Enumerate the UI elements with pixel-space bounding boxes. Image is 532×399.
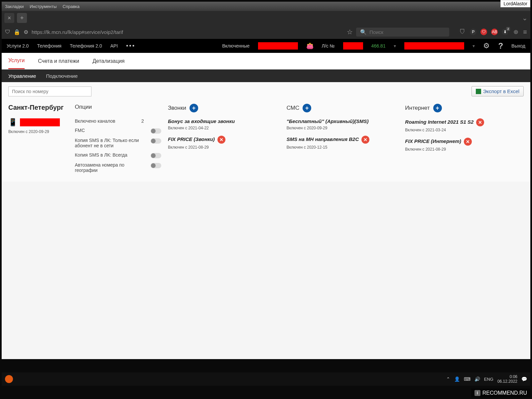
channels-label: Включено каналов xyxy=(75,118,141,124)
site-badge-icon: i xyxy=(474,390,480,396)
browser-search[interactable]: 🔍 xyxy=(356,28,449,37)
site-topnav: Услуги 2.0 Телефония Телефония 2.0 API •… xyxy=(2,39,530,53)
watermark-user: LordAlastor xyxy=(500,0,530,7)
nav-more-icon[interactable]: ••• xyxy=(126,43,135,50)
menu-tools[interactable]: Инструменты xyxy=(30,4,57,9)
tray-chevron-icon[interactable]: ⌃ xyxy=(446,376,450,382)
user-dropdown-icon[interactable]: ▾ xyxy=(472,43,475,49)
georeplace-toggle[interactable] xyxy=(151,163,161,168)
logout-link[interactable]: Выход xyxy=(511,43,525,49)
permissions-icon[interactable]: ⚙ xyxy=(24,29,28,35)
redacted-block xyxy=(343,42,363,50)
sms-offline-toggle[interactable] xyxy=(151,138,161,144)
new-tab-button[interactable]: + xyxy=(17,13,27,23)
gear-icon[interactable]: ⚙ xyxy=(483,42,490,50)
notifications-icon[interactable]: 💬 xyxy=(521,376,527,382)
tab-connect[interactable]: Подключение xyxy=(46,73,77,79)
sms-option: SMS на МН направления B2C✕Включен с 2020… xyxy=(287,136,399,150)
sms-header: СМС xyxy=(287,105,300,111)
tab-services[interactable]: Услуги xyxy=(8,53,25,69)
add-sms-option-button[interactable]: + xyxy=(303,104,311,112)
options-header: Опции xyxy=(75,104,161,110)
pocket-icon[interactable]: ⛉ xyxy=(459,29,466,35)
sms-option-title: "Бесплатный" (Архивный)(SMS) xyxy=(287,118,369,124)
export-excel-button[interactable]: Экспорт в Excel xyxy=(471,86,524,96)
main-content: Санкт-Петербург 📱 Включен с 2020-09-29 О… xyxy=(2,100,530,182)
nav-api[interactable]: API xyxy=(110,43,118,49)
help-icon[interactable]: ? xyxy=(498,41,503,51)
taskbar-lang[interactable]: ENG xyxy=(484,377,493,382)
internet-option: FIX PRICE (Интернет)✕Включен с 2021-08-2… xyxy=(405,138,517,152)
tab-dropdown-icon[interactable]: ⌄ xyxy=(522,14,528,22)
delete-option-button[interactable]: ✕ xyxy=(464,138,472,146)
wallet-icon[interactable]: 👛 xyxy=(306,42,314,50)
sms-always-toggle[interactable] xyxy=(151,153,161,158)
subnav: Услуги Счета и платежи Детализация xyxy=(2,53,530,69)
browser-urlbar: 🛡 🔒 ⚙ https://lk.mcn.ru/lk/app#service/v… xyxy=(2,25,530,39)
page-toolbar: Экспорт в Excel xyxy=(2,82,530,100)
nav-services20[interactable]: Услуги 2.0 xyxy=(7,43,29,49)
redacted-block xyxy=(404,42,464,50)
sms-always-label: Копия SMS в ЛК: Всегда xyxy=(75,152,151,158)
account-label: Л/с № xyxy=(322,43,335,49)
taskbar-clock[interactable]: 0:06 06.12.2022 xyxy=(497,374,517,384)
balance-value: 466.81 xyxy=(371,43,386,49)
tab-details[interactable]: Детализация xyxy=(92,54,125,69)
call-option: FIX PRICE (Звонки)✕Включен с 2021-08-29 xyxy=(168,136,280,150)
extension-icon[interactable]: P xyxy=(470,29,476,35)
internet-header: Интернет xyxy=(405,105,430,111)
call-option: Бонус за входящие звонкиВключен с 2021-0… xyxy=(168,118,280,130)
search-input[interactable] xyxy=(369,29,445,35)
shield-icon[interactable]: 🛡 xyxy=(5,29,10,35)
account-icon[interactable]: ⊕ xyxy=(512,29,519,35)
url-text[interactable]: https://lk.mcn.ru/lk/app#service/voip2/t… xyxy=(32,29,123,35)
add-internet-option-button[interactable]: + xyxy=(433,104,442,112)
internet-option-title: FIX PRICE (Интернет) xyxy=(405,138,461,144)
sms-option-since: Включен с 2020-12-15 xyxy=(287,145,399,150)
export-label: Экспорт в Excel xyxy=(483,88,519,94)
sms-option: "Бесплатный" (Архивный)(SMS)Включен с 20… xyxy=(287,118,399,130)
watermark-site: i RECOMMEND.RU xyxy=(471,389,530,397)
downloads-icon[interactable]: ⬇ xyxy=(502,29,508,35)
internet-option-since: Включен с 2021-08-29 xyxy=(405,147,517,152)
add-call-option-button[interactable]: + xyxy=(190,104,198,112)
call-option-title: FIX PRICE (Звонки) xyxy=(168,136,215,142)
lock-icon: 🔒 xyxy=(14,29,20,35)
keyboard-icon[interactable]: ⌨ xyxy=(464,376,470,382)
nav-telephony20[interactable]: Телефония 2.0 xyxy=(70,43,102,49)
browser-menubar: Закладки Инструменты Справка xyxy=(2,2,530,11)
call-option-title: Бонус за входящие звонки xyxy=(168,118,235,124)
people-icon[interactable]: 👤 xyxy=(454,376,460,382)
adblock-icon[interactable]: AB xyxy=(491,29,498,35)
tab-close-icon[interactable]: × xyxy=(4,13,14,23)
browser-tabbar: × + ⌄ xyxy=(2,11,530,25)
search-icon: 🔍 xyxy=(360,29,367,35)
volume-icon[interactable]: 🔊 xyxy=(474,376,480,382)
nav-telephony[interactable]: Телефония xyxy=(37,43,61,49)
nav-included[interactable]: Включенные xyxy=(222,43,249,49)
delete-option-button[interactable]: ✕ xyxy=(476,118,484,126)
fmc-toggle[interactable] xyxy=(151,128,161,134)
internet-option-since: Включен с 2021-03-24 xyxy=(405,128,517,132)
call-option-since: Включен с 2021-08-29 xyxy=(168,145,280,150)
fmc-label: FMC xyxy=(75,128,151,133)
phone-enabled-since: Включен с 2020-09-29 xyxy=(8,129,68,134)
hamburger-icon[interactable]: ≡ xyxy=(523,28,527,36)
tab-billing[interactable]: Счета и платежи xyxy=(38,54,79,69)
balance-dropdown-icon[interactable]: ▾ xyxy=(394,43,396,49)
firefox-icon[interactable] xyxy=(5,375,13,383)
number-search-input[interactable] xyxy=(8,86,91,96)
sms-offline-label: Копия SMS в ЛК: Только если абонент не в… xyxy=(75,138,151,148)
menu-bookmarks[interactable]: Закладки xyxy=(5,4,24,9)
tab-manage[interactable]: Управление xyxy=(8,73,36,79)
bookmark-star-icon[interactable]: ☆ xyxy=(347,28,353,36)
subnav2: Управление Подключение xyxy=(2,69,530,82)
call-option-since: Включен с 2021-04-22 xyxy=(168,126,280,130)
delete-option-button[interactable]: ✕ xyxy=(361,136,369,144)
calls-header: Звонки xyxy=(168,105,186,111)
windows-taskbar: ⌃ 👤 ⌨ 🔊 ENG 0:06 06.12.2022 💬 xyxy=(2,372,530,386)
ublock-icon[interactable]: 🛡 xyxy=(480,29,487,35)
delete-option-button[interactable]: ✕ xyxy=(217,136,225,144)
excel-icon xyxy=(476,89,481,94)
menu-help[interactable]: Справка xyxy=(63,4,79,9)
